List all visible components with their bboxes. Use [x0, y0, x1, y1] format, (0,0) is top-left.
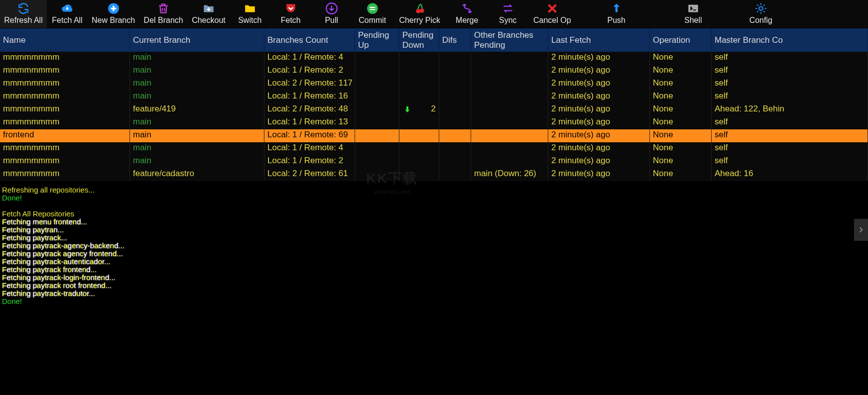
cell-name: mmmmmmmm	[0, 155, 130, 168]
fetch-button[interactable]: Fetch	[270, 0, 311, 28]
new-branch-button[interactable]: New Branch	[88, 0, 139, 28]
new-branch-label: New Branch	[92, 16, 135, 25]
cell-name: mmmmmmmm	[0, 116, 130, 129]
terminal-icon	[687, 2, 700, 15]
cell-other-branches-pending	[471, 142, 548, 155]
col-operation[interactable]: Operation	[650, 28, 712, 52]
cell-name: mmmmmmmm	[0, 168, 130, 181]
cherry-icon	[413, 2, 426, 15]
pocket-icon	[284, 2, 297, 15]
cell-last-fetch: 2 minute(s) ago	[548, 116, 650, 129]
cell-other-branches-pending	[471, 52, 548, 65]
table-row[interactable]: mmmmmmmmmainLocal: 1 / Remote: 22 minute…	[0, 155, 868, 168]
refresh-all-label: Refresh All	[4, 16, 42, 25]
sync-label: Sync	[499, 16, 517, 25]
cell-current-branch: main	[130, 129, 264, 142]
cell-operation: None	[650, 103, 712, 116]
merge-icon	[461, 2, 474, 15]
expand-panel-button[interactable]	[854, 219, 868, 241]
col-pending-up[interactable]: Pending Up	[355, 28, 399, 52]
table-row[interactable]: mmmmmmmmmainLocal: 1 / Remote: 42 minute…	[0, 142, 868, 155]
table-row[interactable]: mmmmmmmmmainLocal: 1 / Remote: 162 minut…	[0, 91, 868, 103]
gear-icon	[754, 2, 767, 15]
svg-point-2	[367, 3, 378, 14]
col-difs[interactable]: Difs	[439, 28, 471, 52]
table-row[interactable]: mmmmmmmmfeature/419Local: 2 / Remote: 48…	[0, 103, 868, 116]
cell-other-branches-pending	[471, 103, 548, 116]
cell-other-branches-pending	[471, 129, 548, 142]
cancel-op-button[interactable]: Cancel Op	[528, 0, 576, 28]
merge-button[interactable]: Merge	[447, 0, 488, 28]
cell-branches-count: Local: 2 / Remote: 61	[264, 168, 355, 181]
cell-name: frontend	[0, 129, 130, 142]
cell-branches-count: Local: 1 / Remote: 2	[264, 65, 355, 78]
cell-other-branches-pending	[471, 155, 548, 168]
col-last-fetch[interactable]: Last Fetch	[548, 28, 650, 52]
switch-label: Switch	[238, 16, 261, 25]
pull-button[interactable]: Pull	[311, 0, 352, 28]
push-label: Push	[608, 16, 625, 25]
del-branch-button[interactable]: Del Branch	[139, 0, 188, 28]
cloud-down-icon	[61, 2, 74, 15]
del-branch-label: Del Branch	[144, 16, 183, 25]
refresh-icon	[17, 2, 30, 15]
col-name[interactable]: Name	[0, 28, 130, 52]
checkout-button[interactable]: Checkout	[188, 0, 230, 28]
grid-header: Name Current Branch Branches Count Pendi…	[0, 28, 868, 52]
shell-button[interactable]: Shell	[673, 0, 714, 28]
col-pending-down[interactable]: Pending Down	[399, 28, 439, 52]
cell-master-branch-comparison: Ahead: 16	[712, 168, 868, 181]
config-button[interactable]: Config	[741, 0, 781, 28]
pull-label: Pull	[325, 16, 338, 25]
cell-current-branch: main	[130, 65, 264, 78]
cell-master-branch-comparison: self	[712, 78, 868, 91]
fetch-all-button[interactable]: Fetch All	[47, 0, 88, 28]
cell-pending-up	[355, 91, 399, 103]
console-output: Refreshing all repositories... Done! Fet…	[0, 181, 868, 395]
cancel-op-label: Cancel Op	[533, 16, 571, 25]
table-row[interactable]: mmmmmmmmfeature/cadastroLocal: 2 / Remot…	[0, 168, 868, 181]
col-master-branch-comparison[interactable]: Master Branch Co	[712, 28, 868, 52]
cell-pending-down	[399, 168, 439, 181]
folder-icon	[244, 2, 256, 15]
cell-operation: None	[650, 52, 712, 65]
cell-difs	[439, 168, 471, 181]
cell-operation: None	[650, 78, 712, 91]
cell-pending-down	[399, 78, 439, 91]
svg-point-6	[759, 6, 763, 10]
cell-master-branch-comparison: self	[712, 65, 868, 78]
commit-button[interactable]: Commit	[352, 0, 393, 28]
cell-pending-down	[399, 65, 439, 78]
loop-icon	[501, 2, 514, 15]
push-button[interactable]: Push	[596, 0, 637, 28]
cell-last-fetch: 2 minute(s) ago	[548, 155, 650, 168]
table-row[interactable]: mmmmmmmmmainLocal: 1 / Remote: 22 minute…	[0, 65, 868, 78]
sync-button[interactable]: Sync	[488, 0, 528, 28]
cell-operation: None	[650, 116, 712, 129]
cell-branches-count: Local: 1 / Remote: 4	[264, 52, 355, 65]
table-row[interactable]: mmmmmmmmmainLocal: 1 / Remote: 132 minut…	[0, 116, 868, 129]
cell-master-branch-comparison: self	[712, 142, 868, 155]
grid-body: mmmmmmmmmainLocal: 1 / Remote: 42 minute…	[0, 52, 868, 181]
table-row[interactable]: mmmmmmmmmainLocal: 1 / Remote: 42 minute…	[0, 52, 868, 65]
cell-current-branch: main	[130, 91, 264, 103]
cell-last-fetch: 2 minute(s) ago	[548, 103, 650, 116]
table-row[interactable]: mmmmmmmmmainLocal: 2 / Remote: 1172 minu…	[0, 78, 868, 91]
svg-point-4	[420, 8, 424, 13]
cell-current-branch: feature/cadastro	[130, 168, 264, 181]
refresh-all-button[interactable]: Refresh All	[0, 0, 47, 28]
cherry-pick-button[interactable]: Cherry Pick	[393, 0, 447, 28]
cell-pending-down	[399, 116, 439, 129]
col-branches-count[interactable]: Branches Count	[264, 28, 355, 52]
cell-branches-count: Local: 1 / Remote: 13	[264, 116, 355, 129]
col-other-branches-pending[interactable]: Other Branches Pending	[471, 28, 548, 52]
merge-label: Merge	[456, 16, 478, 25]
cell-last-fetch: 2 minute(s) ago	[548, 142, 650, 155]
cell-master-branch-comparison: Ahead: 122, Behin	[712, 103, 868, 116]
cell-operation: None	[650, 65, 712, 78]
col-current-branch[interactable]: Current Branch	[130, 28, 264, 52]
cell-difs	[439, 142, 471, 155]
cell-difs	[439, 91, 471, 103]
table-row[interactable]: frontendmainLocal: 1 / Remote: 692 minut…	[0, 129, 868, 142]
switch-button[interactable]: Switch	[230, 0, 270, 28]
